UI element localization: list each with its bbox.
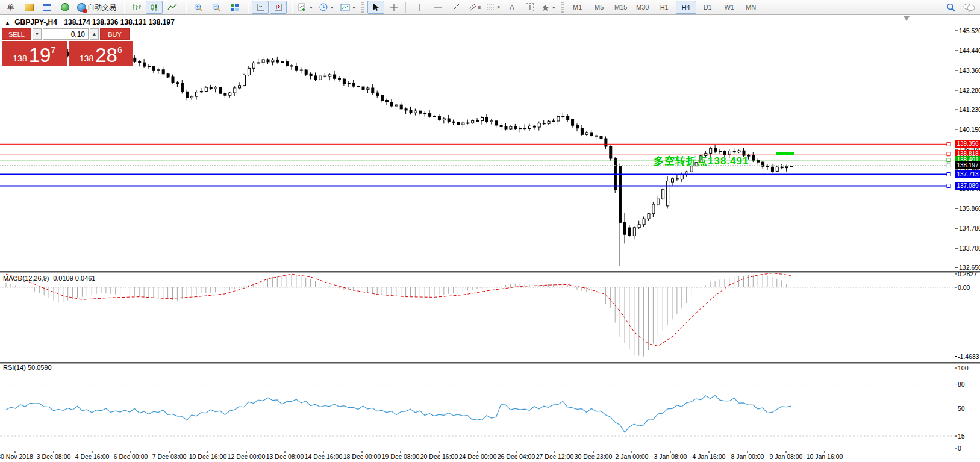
zoom-out-button[interactable] — [208, 1, 225, 14]
time-axis-label: 3 Dec 08:00 — [37, 453, 71, 460]
rsi-tick-label: 50 — [958, 405, 965, 412]
timeframe-m5-button[interactable]: M5 — [589, 1, 610, 14]
timeframe-h4-button[interactable]: H4 — [676, 1, 696, 14]
ohlc-values: 138.174 138.336 138.131 138.197 — [64, 18, 175, 27]
chart-shift-button[interactable] — [270, 1, 287, 14]
timeframe-d1-button[interactable]: D1 — [698, 1, 718, 14]
collapse-panel-arrow-icon[interactable]: ▲ — [5, 20, 10, 26]
market-watch-button[interactable] — [39, 1, 55, 14]
periods-button[interactable]: ▼ — [317, 1, 337, 14]
vertical-line-icon — [417, 3, 423, 11]
volume-decrease-button[interactable]: ▼ — [33, 28, 42, 40]
channel-letter: E — [478, 5, 481, 10]
fibo-letter: F — [497, 5, 499, 10]
search-button[interactable] — [943, 1, 960, 14]
chart-line-button[interactable] — [164, 1, 181, 14]
toolbar-grip[interactable] — [361, 2, 364, 13]
time-axis-label: 18 Dec 00:00 — [343, 453, 381, 460]
chat-button[interactable] — [961, 1, 978, 14]
tile-windows-icon — [230, 4, 239, 11]
autotrade-button[interactable]: 自动交易 — [75, 1, 119, 14]
timeframe-mn-button[interactable]: MN — [741, 1, 761, 14]
text-tool-button[interactable]: A — [504, 1, 520, 14]
toolbar-grip[interactable] — [561, 2, 564, 13]
window-chart-icon — [43, 4, 51, 11]
clock-icon — [319, 3, 328, 11]
zoom-in-button[interactable] — [190, 1, 207, 14]
channel-icon — [468, 3, 477, 11]
chart-canvas[interactable] — [0, 0, 980, 462]
auto-scroll-icon — [255, 3, 265, 11]
chart-frame — [0, 16, 980, 451]
price-tick-label: 134.780 — [959, 225, 980, 232]
price-tick-label: 141.230 — [959, 106, 980, 113]
dropdown-arrow-icon: ▼ — [309, 5, 313, 10]
dropdown-arrow-icon: ▼ — [552, 5, 556, 10]
time-axis-label: 10 Jan 16:00 — [807, 453, 843, 460]
time-axis-label: 30 Dec 23:00 — [575, 453, 612, 460]
price-level-chip: 139.356 — [955, 140, 980, 148]
folder-icon[interactable] — [20, 1, 37, 14]
text-label-icon: T — [526, 3, 534, 11]
pivot-annotation-text[interactable]: 多空转折点138.491 — [654, 154, 749, 168]
indicators-button[interactable]: ▼ — [296, 1, 316, 14]
price-tick-label: 142.280 — [959, 87, 980, 94]
fibonacci-tool-button[interactable]: F — [484, 1, 502, 14]
buy-price-box[interactable]: 138 28 6 — [69, 41, 134, 66]
time-axis-label: 9 Jan 08:00 — [770, 453, 803, 460]
arrows-icon — [542, 4, 550, 11]
trendline-tool-button[interactable] — [448, 1, 464, 14]
price-tick-label: 145.520 — [959, 27, 980, 34]
templates-button[interactable]: ▼ — [338, 1, 358, 14]
line-chart-icon — [167, 3, 177, 11]
price-axis — [15, 31, 958, 453]
timeframe-w1-button[interactable]: W1 — [719, 1, 740, 14]
template-icon — [340, 4, 350, 11]
price-level-chip: 138.197 — [955, 161, 980, 169]
rsi-tick-label: 15 — [958, 432, 965, 440]
volume-increase-button[interactable]: ▲ — [90, 28, 99, 40]
green-highlight-marker — [776, 152, 794, 155]
buy-button[interactable]: BUY — [100, 28, 130, 40]
vline-tool-button[interactable] — [411, 1, 428, 14]
sell-button[interactable]: SELL — [2, 28, 31, 40]
buy-pips: 28 — [95, 48, 117, 63]
chart-shift-marker-icon — [904, 16, 910, 21]
cursor-button[interactable] — [367, 1, 384, 14]
tile-windows-button[interactable] — [226, 1, 243, 14]
price-tick-label: 135.860 — [959, 205, 980, 212]
channel-tool-button[interactable]: E — [466, 1, 484, 14]
rsi-tick-label: 100 — [958, 364, 969, 372]
macd-tick-label: -1.4683 — [958, 353, 979, 360]
toolbar: 单 自动交易 — [0, 0, 980, 15]
chart-candles-button[interactable] — [146, 1, 163, 14]
horizontal-lines[interactable] — [0, 142, 950, 187]
time-axis-label: 6 Dec 00:00 — [114, 453, 148, 460]
timeframe-m1-button[interactable]: M1 — [567, 1, 588, 14]
separator — [184, 2, 187, 13]
buy-big-figure: 138 — [80, 54, 93, 63]
price-tick-label: 144.440 — [959, 47, 980, 54]
arrows-tool-button[interactable]: ▼ — [540, 1, 558, 14]
timeframe-m30-button[interactable]: M30 — [632, 1, 653, 14]
news-button[interactable] — [57, 1, 73, 14]
time-axis-label: 27 Dec 12:00 — [536, 453, 573, 460]
price-tick-label: 133.700 — [959, 245, 980, 252]
chart-bars-button[interactable] — [128, 1, 145, 14]
auto-scroll-button[interactable] — [252, 1, 269, 14]
symbol-period-label: GBPJPY-,H4 — [14, 18, 57, 27]
chart-title: ▲ GBPJPY-,H4 138.174 138.336 138.131 138… — [5, 18, 175, 27]
timeframe-h1-button[interactable]: H1 — [654, 1, 675, 14]
new-order-button[interactable]: 单 — [2, 1, 19, 14]
label-tool-button[interactable]: T — [522, 1, 538, 14]
hline-tool-button[interactable] — [429, 1, 446, 14]
timeframe-m15-button[interactable]: M15 — [611, 1, 631, 14]
time-axis-label: 4 Dec 16:00 — [75, 453, 110, 460]
sell-price-box[interactable]: 138 19 7 — [2, 41, 67, 66]
triangle-down-icon: ▼ — [35, 31, 40, 37]
crosshair-button[interactable] — [385, 1, 402, 14]
buy-point: 6 — [117, 46, 122, 54]
separator — [122, 2, 125, 13]
time-axis-label: 10 Dec 16:00 — [189, 453, 226, 460]
volume-input[interactable] — [43, 28, 89, 40]
